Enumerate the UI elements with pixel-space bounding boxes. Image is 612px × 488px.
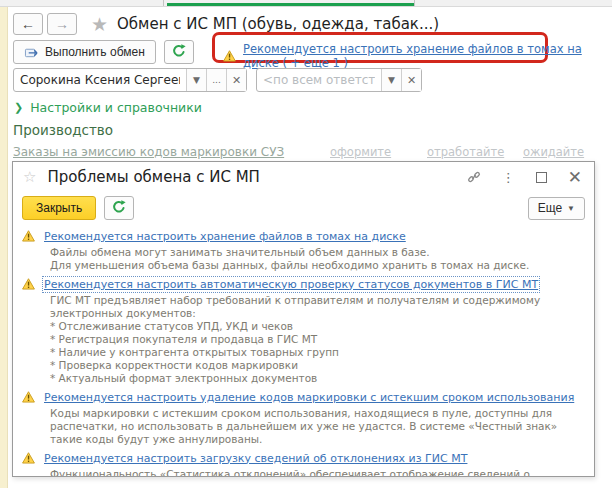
all-responsible-input[interactable] bbox=[257, 69, 381, 91]
favorite-star-icon[interactable]: ★ bbox=[91, 13, 108, 35]
section-panel-strip bbox=[0, 7, 8, 488]
production-header: Производство bbox=[13, 122, 113, 138]
warning-icon bbox=[22, 391, 35, 403]
problems-dialog: ☆ Проблемы обмена с ИС МП ⋮ ✕ bbox=[12, 161, 595, 477]
page-title: Обмен с ИС МП (обувь, одежда, табак...) bbox=[117, 15, 439, 33]
active-tab-underline bbox=[167, 3, 414, 6]
more-button-label: Еще bbox=[538, 201, 562, 215]
chevron-down-icon: ▼ bbox=[567, 204, 575, 213]
settings-group[interactable]: ❯ Настройки и справочники bbox=[14, 100, 202, 115]
warning-icon bbox=[22, 452, 35, 464]
run-exchange-label: Выполнить обмен bbox=[45, 45, 145, 59]
emission-orders-link[interactable]: Заказы на эмиссию кодов маркировки СУЗ bbox=[13, 145, 284, 159]
dialog-title: Проблемы обмена с ИС МП bbox=[47, 168, 259, 186]
dialog-star-icon[interactable]: ☆ bbox=[23, 168, 36, 186]
orders-action-wait[interactable]: ожидайте bbox=[523, 145, 584, 159]
close-dialog-button[interactable]: Закрыть bbox=[22, 196, 96, 220]
warning-icon bbox=[22, 230, 35, 242]
warning-icon bbox=[22, 278, 35, 290]
dialog-titlebar: ☆ Проблемы обмена с ИС МП ⋮ ✕ bbox=[13, 162, 594, 192]
refresh-icon bbox=[172, 44, 186, 61]
command-warning: Рекомендуется настроить хранение файлов … bbox=[223, 42, 612, 70]
maximize-icon[interactable] bbox=[536, 172, 547, 183]
warning-link-deviations[interactable]: Рекомендуется настроить загрузку сведени… bbox=[44, 452, 467, 465]
responsible-clear-icon[interactable]: ✕ bbox=[226, 69, 246, 91]
warning-item: Рекомендуется настроить удаление кодов м… bbox=[22, 390, 582, 446]
chevron-right-icon: ❯ bbox=[14, 101, 23, 114]
warning-description: Файлы обмена могут занимать значительный… bbox=[50, 246, 582, 272]
exchange-icon bbox=[24, 46, 39, 59]
dialog-window-controls: ⋮ ✕ bbox=[446, 167, 582, 187]
orders-action-process[interactable]: отработайте bbox=[427, 145, 504, 159]
link-icon[interactable] bbox=[467, 170, 481, 184]
taskbar-tabs[interactable] bbox=[0, 0, 612, 7]
responsible-ellipsis-button[interactable]: ... bbox=[206, 69, 226, 91]
dialog-content: Рекомендуется настроить хранение файлов … bbox=[13, 224, 594, 477]
run-exchange-button[interactable]: Выполнить обмен bbox=[13, 40, 156, 64]
warning-link-file-storage[interactable]: Рекомендуется настроить хранение файлов … bbox=[44, 230, 406, 243]
orders-row: Заказы на эмиссию кодов маркировки СУЗ о… bbox=[0, 145, 612, 161]
warning-item: Рекомендуется настроить загрузку сведени… bbox=[22, 451, 582, 477]
all-responsible-clear-icon[interactable]: ✕ bbox=[401, 69, 421, 91]
warning-link-expired-codes[interactable]: Рекомендуется настроить удаление кодов м… bbox=[44, 391, 574, 404]
back-icon: ← bbox=[21, 16, 35, 32]
forward-icon: → bbox=[55, 16, 69, 32]
forward-button[interactable]: → bbox=[47, 13, 77, 35]
warning-item: Рекомендуется настроить автоматическую п… bbox=[22, 277, 582, 385]
warning-item: Рекомендуется настроить хранение файлов … bbox=[22, 229, 582, 272]
refresh-icon bbox=[112, 200, 126, 217]
responsible-dropdown-icon[interactable]: ▼ bbox=[186, 69, 206, 91]
all-responsible-field: ▼ ✕ bbox=[256, 68, 422, 92]
tab-divider bbox=[163, 0, 164, 6]
app-window: ← → ★ Обмен с ИС МП (обувь, одежда, таба… bbox=[0, 0, 612, 488]
storage-warning-link[interactable]: Рекомендуется настроить хранение файлов … bbox=[243, 42, 612, 70]
settings-group-label: Настройки и справочники bbox=[30, 100, 202, 115]
warning-description: Функциональность «Статистика отклонений»… bbox=[50, 468, 582, 477]
warning-icon bbox=[223, 50, 236, 62]
warning-description: ГИС МТ предъявляет набор требований к от… bbox=[50, 294, 582, 385]
orders-action-create[interactable]: оформите bbox=[330, 145, 391, 159]
tab-divider bbox=[414, 0, 415, 6]
responsible-field: ▼ ... ✕ bbox=[13, 68, 247, 92]
warning-link-status-check[interactable]: Рекомендуется настроить автоматическую п… bbox=[44, 278, 538, 291]
close-icon[interactable]: ✕ bbox=[568, 167, 582, 187]
back-button[interactable]: ← bbox=[13, 13, 43, 35]
more-options-icon[interactable]: ⋮ bbox=[502, 171, 515, 184]
responsible-input[interactable] bbox=[14, 69, 186, 91]
command-bar: Выполнить обмен bbox=[13, 40, 194, 64]
all-responsible-dropdown-icon[interactable]: ▼ bbox=[381, 69, 401, 91]
refresh-button[interactable] bbox=[164, 40, 194, 64]
dialog-refresh-button[interactable] bbox=[104, 196, 134, 220]
dialog-toolbar: Закрыть Еще ▼ bbox=[13, 192, 594, 224]
warning-description: Коды маркировки с истекшим сроком исполь… bbox=[50, 407, 582, 446]
more-button[interactable]: Еще ▼ bbox=[528, 197, 585, 220]
filters-row: ▼ ... ✕ ▼ ✕ bbox=[13, 68, 431, 92]
